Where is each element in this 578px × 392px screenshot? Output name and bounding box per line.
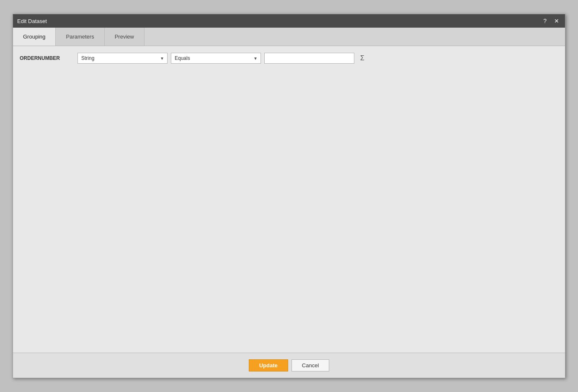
tab-preview[interactable]: Preview: [105, 28, 144, 46]
update-button[interactable]: Update: [249, 359, 288, 371]
content-area: ORDERNUMBER String Integer Float Date Bo…: [13, 46, 565, 353]
footer: Update Cancel: [13, 353, 565, 378]
tab-grouping[interactable]: Grouping: [13, 28, 56, 46]
filter-row: ORDERNUMBER String Integer Float Date Bo…: [20, 53, 558, 64]
title-bar-actions: ? ✕: [542, 17, 561, 25]
field-label: ORDERNUMBER: [20, 55, 74, 61]
tab-parameters-label: Parameters: [66, 34, 94, 40]
condition-dropdown[interactable]: Equals Not Equals Contains Starts With E…: [171, 53, 261, 64]
tab-parameters[interactable]: Parameters: [56, 28, 104, 46]
tab-grouping-label: Grouping: [23, 34, 45, 40]
condition-dropdown-wrapper: Equals Not Equals Contains Starts With E…: [171, 53, 261, 64]
sigma-button[interactable]: Σ: [358, 54, 367, 63]
title-bar: Edit Dataset ? ✕: [13, 14, 565, 28]
close-button[interactable]: ✕: [552, 17, 561, 25]
type-dropdown-wrapper: String Integer Float Date Boolean ▼: [77, 53, 168, 64]
type-dropdown[interactable]: String Integer Float Date Boolean: [77, 53, 168, 64]
dialog-title: Edit Dataset: [17, 18, 47, 24]
edit-dataset-dialog: Edit Dataset ? ✕ Grouping Parameters Pre…: [13, 14, 565, 378]
cancel-button[interactable]: Cancel: [292, 359, 329, 371]
tabs-bar: Grouping Parameters Preview: [13, 28, 565, 46]
value-input[interactable]: [264, 53, 354, 64]
tab-preview-label: Preview: [115, 34, 134, 40]
help-button[interactable]: ?: [542, 17, 548, 25]
